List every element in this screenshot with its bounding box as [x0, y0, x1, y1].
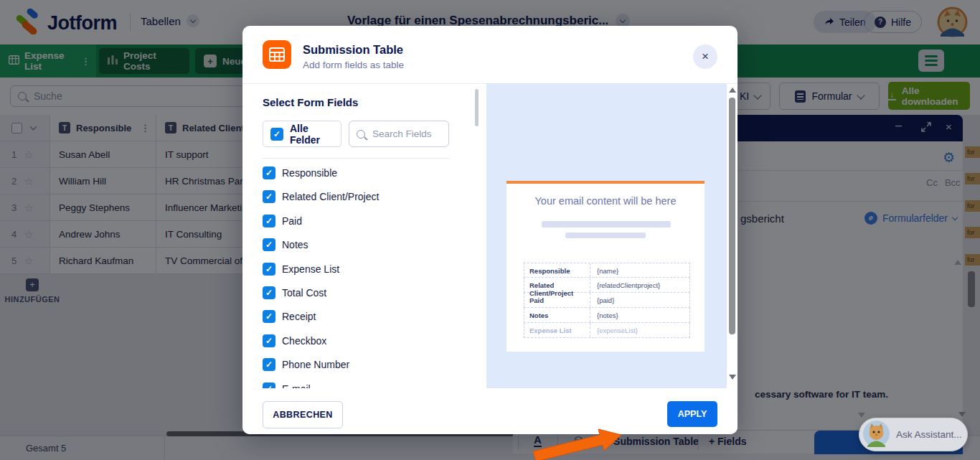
preview-row: Paid{paid}: [524, 293, 690, 308]
preview-row: Notes{notes}: [524, 308, 690, 323]
field-option[interactable]: ✓Checkbox: [263, 334, 471, 347]
all-fields-label: Alle Felder: [290, 123, 341, 146]
list-scrollbar[interactable]: [475, 89, 479, 126]
field-search-input[interactable]: [371, 128, 441, 140]
field-option[interactable]: ✓Paid: [263, 215, 471, 227]
close-icon: ×: [702, 50, 709, 64]
assistant-avatar: [863, 421, 890, 449]
field-label: Related Client/Project: [282, 191, 379, 202]
section-title: Select Form Fields: [263, 96, 358, 108]
text-placeholder-bar: [565, 233, 646, 238]
checkbox-checked-icon[interactable]: ✓: [263, 238, 275, 251]
preview-scrollbar[interactable]: [729, 98, 735, 334]
email-preview-card: Your email content will be here Responsi…: [507, 181, 705, 352]
modal-close-button[interactable]: ×: [693, 44, 717, 69]
email-preview-pane: Your email content will be here Responsi…: [486, 83, 727, 388]
form-fields-list: ✓Responsible ✓Related Client/Project ✓Pa…: [263, 166, 471, 388]
checkbox-checked-icon[interactable]: ✓: [263, 166, 275, 179]
field-label: Receipt: [282, 311, 316, 322]
checkbox-checked-icon[interactable]: ✓: [263, 215, 275, 227]
ask-assistant-button[interactable]: Ask Assistant...: [859, 418, 968, 451]
field-label: Expense List: [282, 263, 339, 275]
field-label: Responsible: [282, 167, 337, 179]
field-option[interactable]: ✓Phone Number: [263, 358, 471, 371]
preview-title: Your email content will be here: [507, 195, 705, 207]
submission-table-modal: Submission Table Add form fields as tabl…: [242, 26, 738, 434]
preview-row: Expense List{expenseList}: [524, 323, 690, 338]
checkbox-checked-icon[interactable]: ✓: [263, 310, 275, 323]
field-option[interactable]: ✓Notes: [263, 238, 471, 251]
field-label: Total Cost: [282, 287, 326, 299]
text-placeholder-bar: [542, 221, 671, 227]
modal-title: Submission Table: [303, 43, 403, 57]
field-option[interactable]: ✓Expense List: [263, 263, 471, 276]
field-option[interactable]: ✓E-mail: [263, 382, 471, 388]
preview-field-table: Responsible{name} Related Client/Project…: [524, 263, 690, 338]
modal-subtitle: Add form fields as table: [303, 60, 404, 70]
field-label: Notes: [282, 239, 308, 250]
checkbox-checked-icon[interactable]: ✓: [263, 358, 275, 371]
all-fields-toggle[interactable]: ✓ Alle Felder: [263, 121, 341, 147]
checkbox-checked-icon[interactable]: ✓: [263, 382, 275, 388]
field-label: E-mail: [282, 383, 311, 388]
checkbox-checked-icon[interactable]: ✓: [263, 263, 275, 276]
field-option[interactable]: ✓Responsible: [263, 166, 471, 179]
jotform-tables-app: Jotform Tabellen Vorlage für einen Spese…: [0, 0, 980, 460]
field-search-box[interactable]: [349, 121, 449, 147]
scroll-down-icon[interactable]: [729, 375, 736, 380]
assistant-label: Ask Assistant...: [896, 429, 962, 440]
checkbox-checked-icon[interactable]: ✓: [263, 286, 275, 299]
preview-row: Related Client/Project{relatedClientproj…: [524, 278, 690, 293]
scroll-up-icon[interactable]: [729, 88, 736, 93]
field-option[interactable]: ✓Related Client/Project: [263, 190, 471, 203]
field-option[interactable]: ✓Receipt: [263, 310, 471, 323]
cancel-button[interactable]: ABBRECHEN: [263, 401, 343, 428]
submission-table-icon: [263, 40, 291, 69]
field-label: Paid: [282, 215, 302, 227]
checkbox-checked-icon[interactable]: ✓: [263, 334, 275, 347]
preview-row: Responsible{name}: [524, 263, 690, 278]
section-divider: [263, 158, 449, 159]
field-label: Phone Number: [282, 359, 349, 370]
checkbox-checked-icon[interactable]: ✓: [263, 190, 275, 203]
field-option[interactable]: ✓Total Cost: [263, 286, 471, 299]
modal-footer: ABBRECHEN APPLY: [242, 388, 738, 434]
checkbox-checked-icon[interactable]: ✓: [270, 128, 283, 141]
field-label: Checkbox: [282, 335, 326, 347]
search-icon: [357, 130, 365, 139]
apply-button[interactable]: APPLY: [667, 401, 717, 427]
modal-body: Select Form Fields ✓ Alle Felder ✓Respon…: [242, 83, 738, 388]
